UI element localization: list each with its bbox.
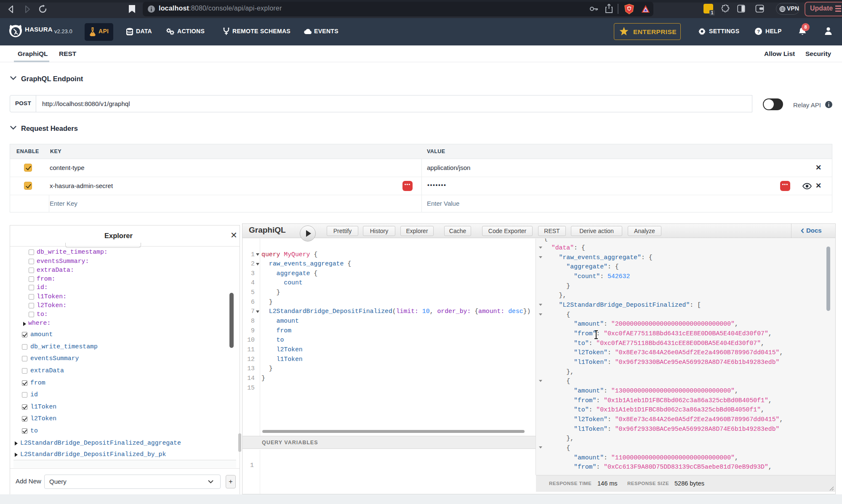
svg-text:?: ? <box>757 29 760 34</box>
